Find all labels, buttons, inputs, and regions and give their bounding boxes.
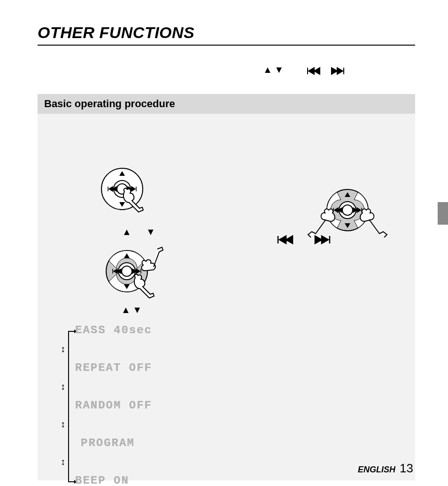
menu-list: EASS 40sec ↕ REPEAT OFF ↕ RANDOM OFF ↕ P… [52,321,152,486]
down-icon: ▼ [132,305,142,315]
down-icon: ▼ [146,227,155,237]
menu-item: BEEP ON [75,474,129,486]
up-icon: ▲ [121,305,131,315]
menu-item: PROGRAM [81,437,135,449]
page-edge-tab [438,202,448,225]
section-header: Basic operating procedure [38,94,415,114]
up-icon: ▲ [263,64,272,75]
control-pad-illustration-3 [301,184,394,245]
updown-icon: ↕ [52,344,75,354]
updown-icon: ↕ [52,381,75,392]
menu-item: RANDOM OFF [75,399,152,412]
footer-page-number: 13 [400,461,413,475]
control-pad-illustration-1: ▲ ▼ [94,165,160,237]
updown-icon: ↕ [52,419,75,430]
skip-back-icon [307,66,324,74]
skip-forward-icon [331,66,347,74]
down-icon: ▼ [274,64,284,75]
menu-item: EASS 40sec [75,324,152,337]
section-body: ▲ ▼ [38,114,415,480]
footer-language: ENGLISH [358,465,395,474]
page-title: OTHER FUNCTIONS [38,24,415,46]
header-icons: ▲ ▼ [263,64,415,75]
updown-icon: ↕ [52,456,75,467]
menu-item: REPEAT OFF [75,361,152,374]
up-icon: ▲ [122,227,131,237]
page-footer: ENGLISH 13 [358,461,413,476]
control-pad-illustration-2: ▲ ▼ [94,245,174,315]
skip-back-icon [277,235,298,243]
